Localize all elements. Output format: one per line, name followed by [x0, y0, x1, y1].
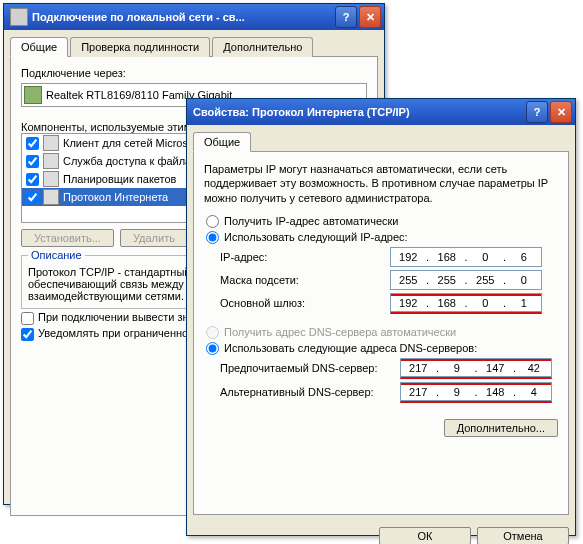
mask-input[interactable]: 255. 255. 255. 0 [390, 270, 542, 290]
show-icon-checkbox[interactable] [21, 312, 34, 325]
octet[interactable]: 148 [478, 386, 513, 398]
tab-general[interactable]: Общие [10, 37, 68, 57]
ok-button[interactable]: ОК [379, 527, 471, 544]
radio-manual-dns[interactable] [206, 342, 219, 355]
component-label: Служба доступа к файлам [63, 155, 199, 167]
notify-limited-checkbox[interactable] [21, 328, 34, 341]
radio-auto-dns-row: Получить адрес DNS-сервера автоматически [204, 326, 558, 339]
description-legend: Описание [28, 249, 85, 261]
window-icon [10, 8, 28, 26]
titlebar[interactable]: Свойства: Протокол Интернета (TCP/IP) ? … [187, 99, 575, 125]
dns1-label: Предпочитаемый DNS-сервер: [204, 362, 400, 374]
dns2-input[interactable]: 217. 9. 148. 4 [400, 382, 552, 403]
component-label: Планировщик пакетов [63, 173, 176, 185]
uninstall-button[interactable]: Удалить [120, 229, 188, 247]
component-checkbox[interactable] [26, 191, 39, 204]
component-checkbox[interactable] [26, 173, 39, 186]
octet[interactable]: 192 [391, 251, 426, 263]
octet[interactable]: 192 [391, 297, 426, 309]
component-label: Протокол Интернета [63, 191, 168, 203]
close-button[interactable]: ✕ [359, 6, 381, 28]
octet[interactable]: 147 [478, 362, 513, 374]
octet[interactable]: 4 [517, 386, 552, 398]
octet[interactable]: 0 [507, 274, 542, 286]
radio-label: Получить адрес DNS-сервера автоматически [224, 326, 456, 338]
tabs: Общие [187, 125, 575, 151]
dialog-buttons: ОК Отмена [187, 521, 575, 544]
octet[interactable]: 255 [430, 274, 465, 286]
intro-text: Параметры IP могут назначаться автоматич… [204, 162, 558, 205]
octet[interactable]: 0 [468, 297, 503, 309]
scheduler-icon [43, 171, 59, 187]
octet[interactable]: 217 [401, 386, 436, 398]
component-checkbox[interactable] [26, 155, 39, 168]
dns2-label: Альтернативный DNS-сервер: [204, 386, 400, 398]
radio-label: Использовать следующий IP-адрес: [224, 231, 408, 243]
octet[interactable]: 168 [430, 251, 465, 263]
connect-via-label: Подключение через: [21, 67, 367, 79]
radio-auto-dns [206, 326, 219, 339]
help-button[interactable]: ? [526, 101, 548, 123]
gateway-label: Основной шлюз: [204, 297, 390, 309]
tab-content: Параметры IP могут назначаться автоматич… [193, 151, 569, 515]
component-label: Клиент для сетей Microsoft [63, 137, 200, 149]
window-title: Свойства: Протокол Интернета (TCP/IP) [193, 106, 526, 118]
radio-auto-ip-row[interactable]: Получить IP-адрес автоматически [204, 215, 558, 228]
radio-manual-ip[interactable] [206, 231, 219, 244]
cancel-button[interactable]: Отмена [477, 527, 569, 544]
octet[interactable]: 168 [430, 297, 465, 309]
advanced-button[interactable]: Дополнительно... [444, 419, 558, 437]
octet[interactable]: 1 [507, 297, 542, 309]
radio-label: Получить IP-адрес автоматически [224, 215, 398, 227]
help-button[interactable]: ? [335, 6, 357, 28]
radio-auto-ip[interactable] [206, 215, 219, 228]
component-checkbox[interactable] [26, 137, 39, 150]
titlebar[interactable]: Подключение по локальной сети - св... ? … [4, 4, 384, 30]
tab-general[interactable]: Общие [193, 132, 251, 152]
tcpip-properties-window: Свойства: Протокол Интернета (TCP/IP) ? … [186, 98, 576, 536]
octet[interactable]: 255 [468, 274, 503, 286]
dns1-input[interactable]: 217. 9. 147. 42 [400, 358, 552, 379]
mask-label: Маска подсети: [204, 274, 390, 286]
window-title: Подключение по локальной сети - св... [32, 11, 335, 23]
ip-input[interactable]: 192. 168. 0. 6 [390, 247, 542, 267]
radio-manual-ip-row[interactable]: Использовать следующий IP-адрес: [204, 231, 558, 244]
ip-label: IP-адрес: [204, 251, 390, 263]
radio-manual-dns-row[interactable]: Использовать следующие адреса DNS-сервер… [204, 342, 558, 355]
client-icon [43, 135, 59, 151]
service-icon [43, 153, 59, 169]
tab-auth[interactable]: Проверка подлинности [70, 37, 210, 57]
octet[interactable]: 0 [468, 251, 503, 263]
tab-advanced[interactable]: Дополнительно [212, 37, 313, 57]
tabs: Общие Проверка подлинности Дополнительно [4, 30, 384, 56]
radio-label: Использовать следующие адреса DNS-сервер… [224, 342, 477, 354]
gateway-input[interactable]: 192. 168. 0. 1 [390, 293, 542, 314]
install-button[interactable]: Установить... [21, 229, 114, 247]
protocol-icon [43, 189, 59, 205]
octet[interactable]: 9 [440, 386, 475, 398]
octet[interactable]: 6 [507, 251, 542, 263]
octet[interactable]: 255 [391, 274, 426, 286]
adapter-icon [24, 86, 42, 104]
octet[interactable]: 217 [401, 362, 436, 374]
close-button[interactable]: ✕ [550, 101, 572, 123]
octet[interactable]: 42 [517, 362, 552, 374]
octet[interactable]: 9 [440, 362, 475, 374]
